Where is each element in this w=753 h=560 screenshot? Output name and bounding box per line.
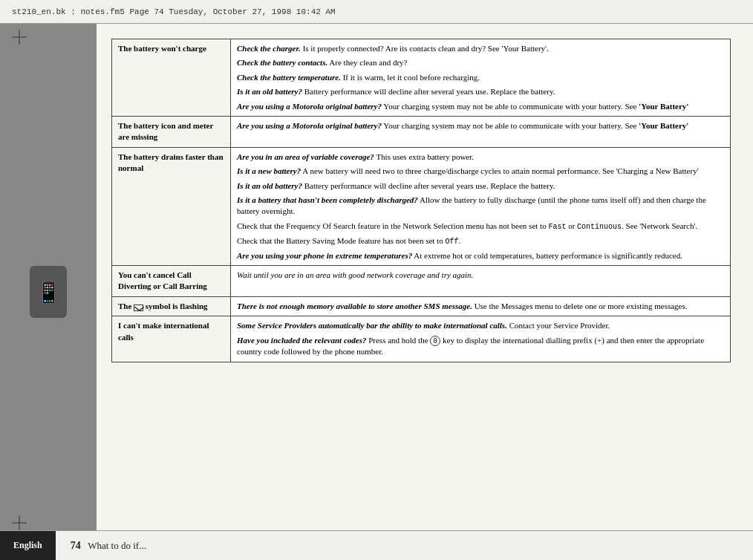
chapter-title: What to do if... — [88, 540, 146, 551]
footer: English 74 What to do if... — [0, 530, 753, 560]
problem-cell: I can't make international calls — [112, 316, 231, 362]
solution-cell: Are you in an area of variable coverage?… — [231, 147, 731, 265]
solution-cell: Wait until you are in an area with good … — [231, 266, 731, 297]
crosshair-top-left — [12, 30, 27, 45]
table-row: The battery icon and meter are missing A… — [112, 116, 731, 147]
page-number: 74 — [71, 540, 81, 551]
table-row: I can't make international calls Some Se… — [112, 316, 731, 362]
main-content: The battery won't charge Check the charg… — [97, 24, 753, 560]
page: st210_en.bk : notes.fm5 Page 74 Tuesday,… — [0, 0, 753, 560]
language-label: English — [0, 531, 56, 560]
footer-page-info: 74 What to do if... — [71, 540, 146, 552]
phone-icon: 📱 — [30, 266, 67, 318]
header-text: st210_en.bk : notes.fm5 Page 74 Tuesday,… — [12, 7, 336, 16]
left-sidebar: 📱 — [0, 24, 97, 560]
table-row: You can't cancel Call Diverting or Call … — [112, 266, 731, 297]
solution-cell: There is not enough memory available to … — [231, 296, 731, 316]
table-row: The symbol is flashing There is not enou… — [112, 296, 731, 316]
table-row: The battery won't charge Check the charg… — [112, 39, 731, 117]
problem-cell: The battery drains faster than normal — [112, 147, 231, 265]
problem-cell: The battery won't charge — [112, 39, 231, 117]
troubleshoot-table: The battery won't charge Check the charg… — [111, 39, 731, 362]
problem-cell: The symbol is flashing — [112, 296, 231, 316]
problem-cell: You can't cancel Call Diverting or Call … — [112, 266, 231, 297]
solution-cell: Some Service Providers automatically bar… — [231, 316, 731, 362]
solution-cell: Are you using a Motorola original batter… — [231, 116, 731, 147]
crosshair-bottom-left — [12, 515, 27, 530]
table-row: The battery drains faster than normal Ar… — [112, 147, 731, 265]
header-bar: st210_en.bk : notes.fm5 Page 74 Tuesday,… — [0, 0, 753, 24]
solution-cell: Check the charger. Is it properly connec… — [231, 39, 731, 117]
problem-cell: The battery icon and meter are missing — [112, 116, 231, 147]
